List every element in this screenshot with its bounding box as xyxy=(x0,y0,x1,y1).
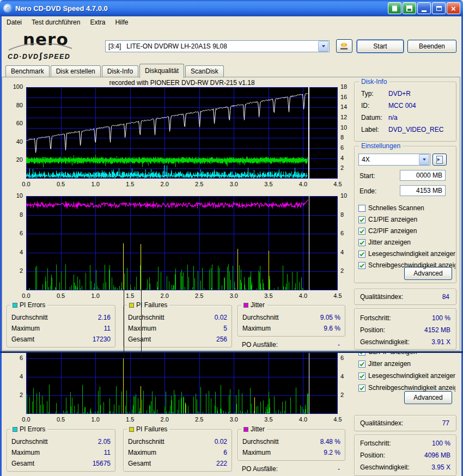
progress-label: Fortschritt: xyxy=(360,312,391,324)
axis-tick: 4.0 xyxy=(294,292,312,299)
stat-value: 8.48 % xyxy=(320,436,340,447)
axis-tick: 4.0 xyxy=(294,181,312,187)
disk-info-group: Disk-Info Typ:DVD+RID:MCC 004Datum:n/aLa… xyxy=(354,82,456,142)
pif-jitter-chart xyxy=(26,196,338,290)
stat-value: 5 xyxy=(223,323,227,334)
chevron-down-icon[interactable] xyxy=(318,41,328,52)
stat-value: 11 xyxy=(104,447,111,458)
stats-pi-failures: PI FailuresDurchschnitt0.02Maximum6Gesam… xyxy=(123,429,232,472)
checkbox-c2-pif-anzeigen[interactable]: C2/PIF anzeigen xyxy=(358,353,455,357)
checkbox-box xyxy=(358,205,365,212)
stat-row-maximum: Maximum9.2 % xyxy=(242,447,340,458)
axis-tick: 3.0 xyxy=(225,292,242,299)
tab-disk-erstellen[interactable]: Disk erstellen xyxy=(51,65,101,77)
stat-row-durchschnitt: Durchschnitt2.05 xyxy=(11,436,111,447)
axis-tick: 3.5 xyxy=(260,416,277,423)
quality-index-group: Qualitätsindex: 84 xyxy=(354,289,456,305)
checkbox-c2-pif-anzeigen[interactable]: C2/PIF anzeigen xyxy=(358,225,455,236)
axis-tick: 8 xyxy=(4,211,23,218)
progress-label: Geschwindigkeit: xyxy=(360,336,410,348)
tab-disk-info[interactable]: Disk-Info xyxy=(102,65,138,77)
quality-index-value: 77 xyxy=(442,416,449,431)
speed-error-chart xyxy=(26,87,338,179)
progress-label: Position: xyxy=(360,324,385,336)
minimize-button[interactable] xyxy=(417,2,431,14)
screenshot-button[interactable] xyxy=(388,2,401,14)
beenden-button[interactable]: Beenden xyxy=(407,40,456,53)
stat-row-maximum: Maximum5 xyxy=(128,323,227,334)
axis-tick: 0.5 xyxy=(52,416,70,423)
axis-tick: 2.5 xyxy=(191,416,208,423)
checkbox-jitter-anzeigen[interactable]: Jitter anzeigen xyxy=(358,237,455,248)
start-button[interactable]: Start xyxy=(357,40,404,53)
axis-tick: 4 xyxy=(340,249,354,255)
axis-tick: 20 xyxy=(4,156,23,163)
stats-name: Jitter xyxy=(251,425,265,433)
chart-title: recorded with PIONEER DVD-RW DVR-215 v1.… xyxy=(26,79,338,87)
axis-tick: 4 xyxy=(4,373,23,380)
logo-subtitle: CD·DVD∫SPEED xyxy=(8,51,70,61)
save-button[interactable] xyxy=(403,2,416,14)
stat-row-durchschnitt: Durchschnitt0.02 xyxy=(128,312,227,323)
menu-item-test-durchführen[interactable]: Test durchführen xyxy=(27,16,85,29)
eject-icon xyxy=(340,42,349,50)
axis-tick: 10 xyxy=(340,124,354,131)
window-title: Nero CD-DVD Speed 4.7.0.0 xyxy=(15,4,108,13)
menu-item-hilfe[interactable]: Hilfe xyxy=(110,16,133,29)
quality-index-group-2: Qualitätsindex: 77 xyxy=(354,415,456,431)
stat-row-durchschnitt: Durchschnitt2.16 xyxy=(11,312,111,323)
stat-row-maximum: Maximum6 xyxy=(128,447,227,458)
axis-tick: 2.5 xyxy=(191,292,208,299)
menu-item-extra[interactable]: Extra xyxy=(85,16,110,29)
end-mb-field[interactable]: 4153 MB xyxy=(400,185,446,196)
axis-tick: 1.0 xyxy=(87,416,104,423)
stats-title: PI Failures xyxy=(127,425,169,433)
stat-row-durchschnitt: Durchschnitt9.05 % xyxy=(242,312,340,323)
stats-jitter: JitterDurchschnitt8.48 %Maximum9.2 % xyxy=(237,429,345,461)
tab-benchmark[interactable]: Benchmark xyxy=(5,65,50,77)
checkbox-schreibgeschwindigkeit-anzeigen[interactable]: Schreibgeschwindigkeit anzeigen xyxy=(358,260,455,271)
axis-tick: 4.5 xyxy=(329,181,346,187)
tab-diskqualität[interactable]: Diskqualität xyxy=(139,64,184,78)
quality-index-label: Qualitätsindex: xyxy=(360,416,403,431)
eject-button[interactable] xyxy=(336,39,352,53)
progress-group-2: Fortschritt:100 %Position:4096 MBGeschwi… xyxy=(354,435,456,476)
window-border-left xyxy=(0,353,2,476)
checkbox-label: Schreibgeschwindigkeit anzeigen xyxy=(368,261,455,269)
refresh-button[interactable] xyxy=(432,154,447,166)
axis-tick: 2.0 xyxy=(156,416,173,423)
start-mb-field[interactable]: 0000 MB xyxy=(400,170,446,181)
drive-select[interactable]: [3:4] LITE-ON DVDRW LH-20A1S 9L08 xyxy=(105,40,330,52)
refresh-icon xyxy=(436,156,443,164)
speed-select[interactable]: 4X xyxy=(358,154,430,166)
checkbox-lesegeschwindigkeit-anzeigen[interactable]: Lesegeschwindigkeit anzeigen xyxy=(358,248,455,259)
stat-value: 9.6 % xyxy=(324,323,340,334)
app-icon xyxy=(3,4,13,13)
stat-row-gesamt: Gesamt15675 xyxy=(11,458,111,469)
chevron-down-icon[interactable] xyxy=(419,154,429,165)
checkbox-box xyxy=(358,216,365,223)
quality-index-value: 84 xyxy=(442,289,449,304)
progress-row-geschwindigkeit: Geschwindigkeit:3.91 X xyxy=(360,336,450,348)
checkbox-box xyxy=(358,373,365,380)
axis-tick: 2.0 xyxy=(156,292,173,299)
stat-label: Durchschnitt xyxy=(128,312,165,323)
checkbox-jitter-anzeigen[interactable]: Jitter anzeigen xyxy=(358,358,455,369)
axis-tick: 6 xyxy=(340,144,354,151)
close-button[interactable]: × xyxy=(447,2,460,14)
menu-item-datei[interactable]: Datei xyxy=(2,16,27,29)
stats-title: PI Errors xyxy=(10,301,47,309)
titlebar[interactable]: Nero CD-DVD Speed 4.7.0.0 × xyxy=(0,0,463,16)
checkbox-schreibgeschwindigkeit-anzeigen[interactable]: Schreibgeschwindigkeit anzeigen xyxy=(358,382,455,393)
axis-tick: 1.5 xyxy=(121,181,139,187)
maximize-button[interactable] xyxy=(432,2,446,14)
checkbox-lesegeschwindigkeit-anzeigen[interactable]: Lesegeschwindigkeit anzeigen xyxy=(358,370,455,381)
checkbox-c1-pie-anzeigen[interactable]: C1/PIE anzeigen xyxy=(358,214,455,225)
tab-scandisk[interactable]: ScanDisk xyxy=(185,65,224,77)
progress-value: 100 % xyxy=(432,437,450,449)
checkbox-schnelles-scannen[interactable]: Schnelles Scannen xyxy=(358,203,455,213)
axis-tick: 1.5 xyxy=(121,416,139,423)
close-icon: × xyxy=(451,4,456,13)
stat-row-gesamt: Gesamt222 xyxy=(128,458,227,469)
stat-row-gesamt: Gesamt17230 xyxy=(11,334,111,345)
